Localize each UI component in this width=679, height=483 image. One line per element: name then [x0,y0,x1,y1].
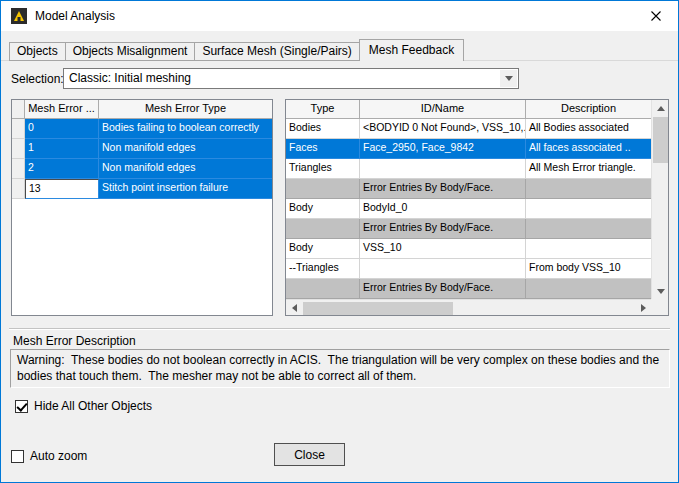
selection-label: Selection: [11,72,64,86]
mesh-error-description-text: Warning: These bodies do not boolean cor… [10,349,670,388]
selection-dropdown[interactable]: Classic: Initial meshing [63,68,519,89]
type-cell [286,279,360,299]
scroll-up-icon[interactable] [652,100,669,116]
tab-mesh-feedback[interactable]: Mesh Feedback [359,39,464,61]
id-name-cell [360,159,526,179]
scroll-left-icon[interactable] [286,300,302,316]
description-cell [526,279,651,299]
id-name-cell: <BODYID 0 Not Found>, VSS_10,... [360,119,526,139]
hide-all-other-objects-label: Hide All Other Objects [34,399,152,413]
mesh-error-type-cell: Non manifold edges [99,139,272,159]
auto-zoom-checkbox[interactable]: Auto zoom [11,449,87,463]
scrollbar-corner [651,299,668,315]
table-row[interactable]: Faces Face_2950, Face_9842 All faces ass… [286,139,651,159]
section-row[interactable]: Error Entries By Body/Face. [286,179,651,199]
table-row[interactable]: --Triangles From body VSS_10 [286,259,651,279]
scroll-down-icon[interactable] [652,283,669,299]
mesh-error-type-cell: Stitch point insertion failure [99,179,272,199]
table-row[interactable]: 2 Non manifold edges [12,159,272,179]
horizontal-scrollbar[interactable] [286,299,651,315]
type-cell [286,219,360,239]
title-bar[interactable]: Model Analysis [1,1,678,31]
id-name-cell: BodyId_0 [360,199,526,219]
id-name-cell [360,259,526,279]
type-header[interactable]: Type [286,100,360,119]
description-cell [526,219,651,239]
type-cell: --Triangles [286,259,360,279]
id-name-header[interactable]: ID/Name [360,100,526,119]
mesh-error-type-cell: Bodies failing to boolean correctly [99,119,272,139]
table-row[interactable]: 13 Stitch point insertion failure [12,179,272,199]
type-cell: Body [286,239,360,259]
chevron-down-icon[interactable] [500,70,517,87]
row-selector[interactable] [12,119,25,139]
mesh-error-id-cell-focused[interactable]: 13 [25,179,99,199]
tab-strip: Objects Objects Misalignment Surface Mes… [9,39,463,61]
section-row[interactable]: Error Entries By Body/Face. [286,219,651,239]
table-row[interactable]: 1 Non manifold edges [12,139,272,159]
separator [9,328,670,330]
table-row[interactable]: Body VSS_10 [286,239,651,259]
description-cell [526,179,651,199]
row-selector[interactable] [12,159,25,179]
scroll-right-icon[interactable] [635,300,651,316]
table-row[interactable]: 0 Bodies failing to boolean correctly [12,119,272,139]
vertical-scrollbar[interactable] [651,100,668,299]
id-name-cell: Face_2950, Face_9842 [360,139,526,159]
tab-objects[interactable]: Objects [9,42,66,61]
type-cell: Faces [286,139,360,159]
mesh-error-type-header[interactable]: Mesh Error Type [99,100,272,119]
id-name-cell: Error Entries By Body/Face. [360,279,526,299]
row-selector[interactable] [12,179,25,199]
mesh-error-type-cell: Non manifold edges [99,159,272,179]
description-cell: All faces associated .. [526,139,651,159]
tab-surface-mesh[interactable]: Surface Mesh (Single/Pairs) [194,42,359,61]
horizontal-scrollbar-thumb[interactable] [303,302,453,315]
app-icon [11,8,27,24]
type-cell: Triangles [286,159,360,179]
mesh-error-id-cell: 0 [25,119,99,139]
error-detail-table: Type ID/Name Description Bodies <BODYID … [285,99,669,316]
checkbox-checked-icon[interactable] [15,400,28,413]
mesh-error-id-cell: 2 [25,159,99,179]
description-cell: All Bodies associated [526,119,651,139]
hide-all-other-objects-checkbox[interactable]: Hide All Other Objects [15,399,152,413]
description-cell [526,199,651,219]
close-button[interactable]: Close [274,443,345,466]
model-analysis-dialog: Model Analysis Objects Objects Misalignm… [0,0,679,483]
id-name-cell: Error Entries By Body/Face. [360,219,526,239]
table-row[interactable]: Triangles All Mesh Error triangle. [286,159,651,179]
table-row[interactable]: Body BodyId_0 [286,199,651,219]
mesh-error-id-cell: 1 [25,139,99,159]
row-selector[interactable] [12,139,25,159]
description-cell: From body VSS_10 [526,259,651,279]
row-selector-header[interactable] [12,100,25,119]
description-cell [526,239,651,259]
type-cell: Body [286,199,360,219]
mesh-error-description-label: Mesh Error Description [13,334,136,348]
tab-objects-misalignment[interactable]: Objects Misalignment [65,42,196,61]
id-name-cell: VSS_10 [360,239,526,259]
close-icon[interactable] [633,1,678,31]
mesh-error-table-header: Mesh Error ... Mesh Error Type [12,100,272,119]
type-cell [286,179,360,199]
table-row[interactable]: Bodies <BODYID 0 Not Found>, VSS_10,... … [286,119,651,139]
mesh-error-id-header[interactable]: Mesh Error ... [25,100,99,119]
section-row[interactable]: Error Entries By Body/Face. [286,279,651,299]
error-detail-table-header: Type ID/Name Description [286,100,651,119]
auto-zoom-label: Auto zoom [30,449,87,463]
id-name-cell: Error Entries By Body/Face. [360,179,526,199]
window-title: Model Analysis [35,9,115,23]
description-header[interactable]: Description [526,100,651,119]
checkbox-unchecked-icon[interactable] [11,450,24,463]
description-cell: All Mesh Error triangle. [526,159,651,179]
type-cell: Bodies [286,119,360,139]
vertical-scrollbar-thumb[interactable] [653,117,668,163]
selection-dropdown-value: Classic: Initial meshing [69,71,191,85]
mesh-error-table: Mesh Error ... Mesh Error Type 0 Bodies … [11,99,273,316]
